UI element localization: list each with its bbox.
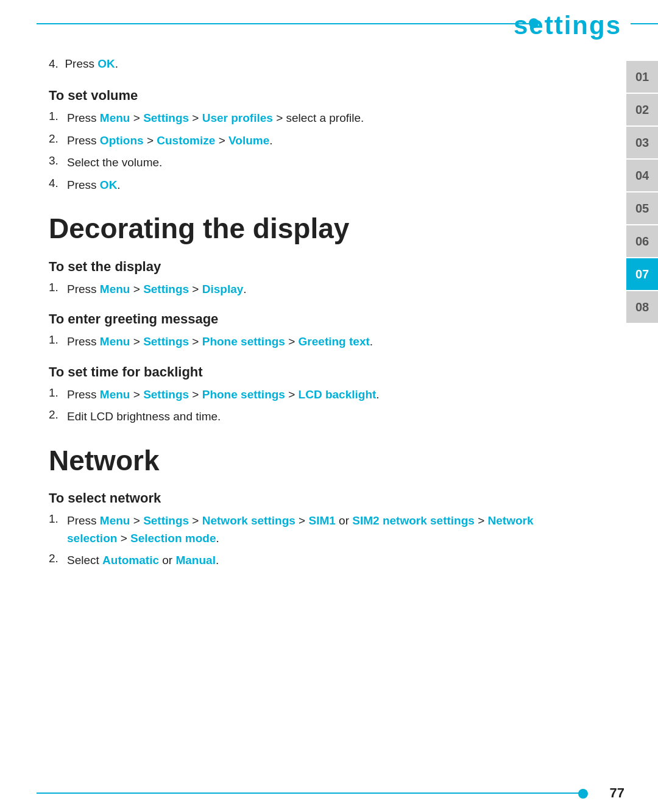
network-heading: Network (49, 445, 561, 476)
side-nav-item-05[interactable]: 05 (626, 192, 658, 224)
step-item: 2. Edit LCD brightness and time. (49, 408, 561, 426)
step-item: 1. Press Menu > Settings > Phone setting… (49, 386, 561, 404)
main-content: 4. Press OK. To set volume 1. Press Menu… (0, 46, 621, 620)
set-volume-section: To set volume 1. Press Menu > Settings >… (49, 88, 561, 194)
side-nav-item-04[interactable]: 04 (626, 160, 658, 191)
page-number: 77 (610, 785, 624, 801)
decorating-display-heading: Decorating the display (49, 213, 561, 244)
header-line-left (37, 23, 536, 24)
side-nav-item-03[interactable]: 03 (626, 127, 658, 158)
decorating-display-section: Decorating the display To set the displa… (49, 213, 561, 426)
greeting-message-heading: To enter greeting message (49, 311, 561, 327)
side-navigation: 01 02 03 04 05 06 07 08 (626, 61, 658, 324)
backlight-section: To set time for backlight 1. Press Menu … (49, 364, 561, 426)
step-item: 2. Press Options > Customize > Volume. (49, 132, 561, 150)
side-nav-item-07[interactable]: 07 (626, 258, 658, 290)
network-section: Network To select network 1. Press Menu … (49, 445, 561, 570)
page-footer: 77 (0, 775, 658, 812)
page-header: settings (0, 0, 658, 40)
side-nav-item-06[interactable]: 06 (626, 225, 658, 257)
step-item: 1. Press Menu > Settings > User profiles… (49, 110, 561, 127)
set-display-heading: To set the display (49, 259, 561, 275)
select-network-heading: To select network (49, 490, 561, 506)
step-item: 1. Press Menu > Settings > Display. (49, 281, 561, 298)
set-volume-heading: To set volume (49, 88, 561, 104)
greeting-message-section: To enter greeting message 1. Press Menu … (49, 311, 561, 351)
backlight-steps: 1. Press Menu > Settings > Phone setting… (49, 386, 561, 426)
step-item: 2. Select Automatic or Manual. (49, 552, 561, 570)
step-item: 4. Press OK. (49, 177, 561, 194)
backlight-heading: To set time for backlight (49, 364, 561, 380)
step-item: 3. Select the volume. (49, 154, 561, 172)
greeting-message-steps: 1. Press Menu > Settings > Phone setting… (49, 333, 561, 351)
intro-ok-link: OK (97, 57, 115, 70)
side-nav-item-08[interactable]: 08 (626, 291, 658, 323)
footer-dot (578, 789, 588, 799)
side-nav-item-01[interactable]: 01 (626, 61, 658, 93)
step-item: 1. Press Menu > Settings > Phone setting… (49, 333, 561, 351)
set-display-steps: 1. Press Menu > Settings > Display. (49, 281, 561, 298)
footer-line (37, 793, 585, 794)
intro-step: 4. Press OK. (49, 57, 561, 71)
header-dot (529, 18, 539, 28)
set-volume-steps: 1. Press Menu > Settings > User profiles… (49, 110, 561, 194)
side-nav-item-02[interactable]: 02 (626, 94, 658, 125)
set-display-section: To set the display 1. Press Menu > Setti… (49, 259, 561, 298)
header-line-right (631, 23, 658, 24)
step-item: 1. Press Menu > Settings > Network setti… (49, 512, 561, 547)
select-network-section: To select network 1. Press Menu > Settin… (49, 490, 561, 570)
select-network-steps: 1. Press Menu > Settings > Network setti… (49, 512, 561, 570)
